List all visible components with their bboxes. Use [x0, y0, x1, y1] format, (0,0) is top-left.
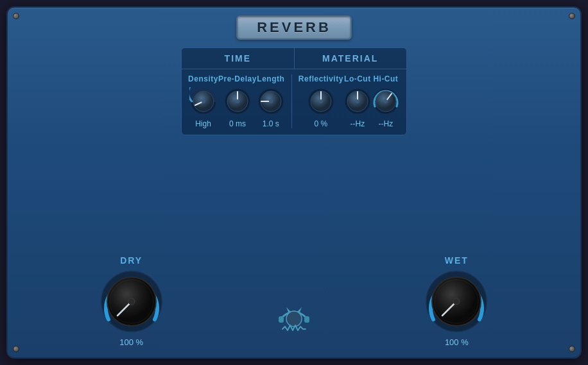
- svg-point-3: [202, 99, 205, 103]
- hi-cut-label: Hi-Cut: [373, 74, 398, 83]
- density-control[interactable]: Density: [188, 74, 218, 128]
- lo-cut-control[interactable]: Lo-Cut --Hz: [343, 74, 372, 128]
- hi-cut-value: --Hz: [379, 119, 393, 128]
- svg-rect-29: [279, 316, 284, 323]
- lo-cut-knob[interactable]: [343, 87, 372, 115]
- hi-cut-knob[interactable]: [372, 87, 400, 115]
- reflectivity-control[interactable]: Reflectivity 0 %: [298, 74, 343, 128]
- svg-point-23: [384, 99, 388, 103]
- material-params: Reflectivity 0 % Lo-Cut: [292, 74, 406, 128]
- plugin-title: REVERB: [236, 15, 352, 40]
- svg-point-33: [286, 311, 302, 327]
- wet-knob[interactable]: [424, 269, 489, 334]
- screw-br: [569, 346, 575, 352]
- wet-value: 100 %: [445, 337, 469, 347]
- params-headers: TIME MATERIAL: [182, 48, 406, 69]
- pre-delay-value: 0 ms: [229, 119, 246, 128]
- wet-control[interactable]: WET 100 %: [424, 255, 489, 347]
- logo-area: [275, 302, 313, 347]
- logo-icon: [275, 302, 313, 334]
- reflectivity-label: Reflectivity: [298, 74, 343, 83]
- density-label: Density: [188, 74, 218, 83]
- dry-control[interactable]: DRY: [99, 255, 164, 347]
- plugin-title-text: REVERB: [257, 19, 331, 36]
- svg-point-11: [269, 99, 273, 103]
- material-section-header: MATERIAL: [295, 48, 406, 69]
- svg-point-19: [356, 99, 359, 103]
- pre-delay-label: Pre-Delay: [218, 74, 257, 83]
- screw-bl: [13, 346, 19, 352]
- dry-label: DRY: [120, 255, 143, 266]
- bottom-section: DRY: [18, 142, 570, 347]
- density-knob[interactable]: [189, 87, 218, 115]
- hi-cut-control[interactable]: Hi-Cut: [372, 74, 400, 128]
- svg-point-15: [319, 99, 323, 103]
- svg-point-28: [128, 298, 135, 305]
- params-row: Density: [182, 69, 406, 135]
- plugin-container: REVERB TIME MATERIAL Density: [6, 6, 582, 359]
- params-section: TIME MATERIAL Density: [181, 47, 407, 135]
- reflectivity-knob[interactable]: [307, 87, 335, 115]
- length-knob[interactable]: [257, 87, 285, 115]
- length-control[interactable]: Length 1.0 s: [257, 74, 285, 128]
- density-value: High: [195, 119, 211, 128]
- lo-cut-label: Lo-Cut: [344, 74, 371, 83]
- pre-delay-control[interactable]: Pre-Delay 0 ms: [218, 74, 257, 128]
- pre-delay-knob[interactable]: [223, 87, 252, 115]
- screw-tl: [13, 13, 19, 19]
- svg-point-38: [453, 298, 460, 305]
- time-section-header: TIME: [182, 48, 294, 69]
- lo-cut-value: --Hz: [350, 119, 365, 128]
- length-label: Length: [257, 74, 284, 83]
- time-params: Density: [182, 74, 292, 128]
- dry-knob[interactable]: [99, 269, 164, 334]
- length-value: 1.0 s: [263, 119, 279, 128]
- screw-tr: [569, 13, 575, 19]
- reflectivity-value: 0 %: [315, 119, 328, 128]
- dry-value: 100 %: [119, 337, 143, 347]
- wet-label: WET: [445, 255, 469, 266]
- svg-rect-30: [304, 316, 309, 323]
- svg-point-7: [236, 99, 239, 103]
